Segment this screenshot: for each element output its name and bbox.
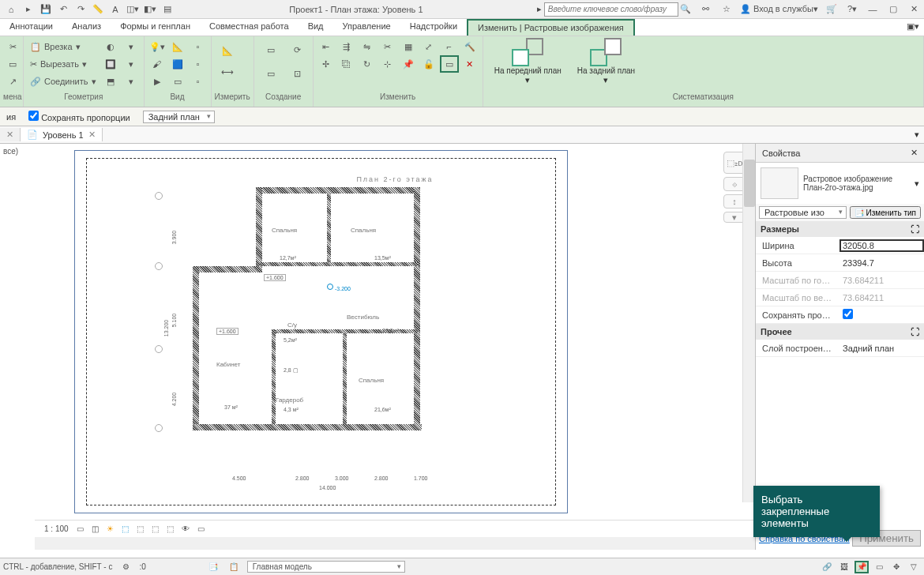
select-pinned-button[interactable]: ▭ xyxy=(440,55,459,73)
detail-icon[interactable]: ▭ xyxy=(77,524,84,533)
mirror-icon[interactable]: ⇋ xyxy=(358,38,377,55)
style-icon[interactable]: ◫ xyxy=(92,524,99,533)
save-icon[interactable]: 💾 xyxy=(38,2,54,17)
crop-vis-icon[interactable]: ⬚ xyxy=(167,524,174,533)
bulb-icon[interactable]: 💡▾ xyxy=(148,38,167,55)
help-icon[interactable]: ?▾ xyxy=(845,4,859,15)
keep-proportions-checkbox[interactable]: Сохранять пропорции xyxy=(28,111,130,122)
geom-c-icon[interactable]: ▾ xyxy=(122,73,141,90)
props-filter-dropdown[interactable]: Растровые изо xyxy=(759,206,847,219)
temp-hide-icon[interactable]: 👁 xyxy=(182,524,190,533)
arrow-icon[interactable]: ↗ xyxy=(3,73,22,90)
open-icon[interactable]: ▸ xyxy=(21,2,36,17)
create-family-icon[interactable]: ▭ xyxy=(257,62,284,85)
rotate-icon[interactable]: ↻ xyxy=(358,55,377,73)
search-input[interactable] xyxy=(544,2,678,17)
props-cat-other[interactable]: Прочее⛶ xyxy=(756,324,924,340)
sb-select-underlay-icon[interactable]: 🖼 xyxy=(837,561,851,573)
reveal-icon[interactable]: ▭ xyxy=(197,524,205,533)
prop-height-value[interactable]: 23394.7 xyxy=(839,258,924,268)
crop-icon[interactable]: ⬚ xyxy=(152,524,159,533)
scale-display[interactable]: 1 : 100 xyxy=(44,524,69,533)
v2-icon[interactable]: ▫ xyxy=(189,55,208,73)
props-cat-dimensions[interactable]: Размеры⛶ xyxy=(756,221,924,237)
trim-icon[interactable]: ✂ xyxy=(378,38,397,55)
measure-dim-icon[interactable]: ⟷ xyxy=(215,63,240,81)
star-icon[interactable]: ☆ xyxy=(719,4,734,15)
cube-icon[interactable]: ◫▾ xyxy=(125,2,141,17)
sb-icon[interactable]: ⚙ xyxy=(118,561,133,573)
load-icon[interactable]: ⟳ xyxy=(286,38,310,62)
corner-icon[interactable]: ⌐ xyxy=(440,38,459,55)
tab-analysis[interactable]: Анализ xyxy=(62,19,111,36)
sb-drag-icon[interactable]: ✥ xyxy=(889,561,903,573)
sb-worksets-icon[interactable]: 📑 xyxy=(206,561,220,573)
minimize-icon[interactable]: — xyxy=(866,4,880,15)
measure-tape-icon[interactable]: 📐 xyxy=(215,38,240,63)
tab-modify-raster[interactable]: Изменить | Растровые изображения xyxy=(467,19,635,36)
send-to-back-button[interactable]: На задний план▾ xyxy=(577,38,635,85)
thin-lines-icon[interactable]: 📐 xyxy=(168,38,187,55)
cut-geom-icon[interactable]: 🔲 xyxy=(101,55,120,73)
redo-icon[interactable]: ↷ xyxy=(73,2,88,17)
tab-collab[interactable]: Совместная работа xyxy=(200,19,299,36)
doc-tabs-menu-icon[interactable]: ▾ xyxy=(910,130,924,140)
close-tab-icon[interactable]: ✕ xyxy=(6,130,13,140)
measure-icon[interactable]: 📏 xyxy=(90,2,106,17)
edit-type-button[interactable]: 📑 Изменить тип xyxy=(850,206,921,219)
unpin-icon[interactable]: 🔓 xyxy=(419,55,438,73)
home-icon[interactable]: ⌂ xyxy=(3,2,19,17)
geom-b-icon[interactable]: ▾ xyxy=(122,55,141,73)
tab-annotations[interactable]: Аннотации xyxy=(0,19,62,36)
create-similar-icon[interactable]: ▭ xyxy=(257,38,284,62)
v1-icon[interactable]: ▫ xyxy=(189,38,208,55)
pin-icon[interactable]: 📌 xyxy=(399,55,418,73)
sun-icon[interactable]: ☀ xyxy=(107,524,114,533)
join-button[interactable]: 🔗 Соединить ▾ xyxy=(27,73,100,90)
align-icon[interactable]: ⇤ xyxy=(317,38,336,55)
bring-to-front-button[interactable]: На передний план▾ xyxy=(494,38,562,85)
offset-icon[interactable]: ⇶ xyxy=(337,38,356,55)
modify-icon[interactable]: ✂ xyxy=(3,38,22,55)
pick-icon[interactable]: ⊡ xyxy=(286,62,310,85)
props-close-icon[interactable]: ✕ xyxy=(911,148,918,158)
geom-a-icon[interactable]: ▾ xyxy=(122,38,141,55)
ribbon-expand-icon[interactable]: ▣▾ xyxy=(902,19,924,36)
activate-icon[interactable]: ▶ xyxy=(148,73,167,90)
vertical-scrollbar[interactable] xyxy=(742,144,755,502)
split-icon[interactable]: ⊹ xyxy=(378,55,397,73)
text-icon[interactable]: A xyxy=(107,2,123,17)
sb-select-face-icon[interactable]: ▭ xyxy=(872,561,886,573)
brush-icon[interactable]: 🖌 xyxy=(148,55,167,73)
tab-manage[interactable]: Управление xyxy=(333,19,400,36)
undo-icon[interactable]: ↶ xyxy=(55,2,71,17)
sb-design-opts-icon[interactable]: 📋 xyxy=(227,561,241,573)
sb-filter-icon[interactable]: ▽ xyxy=(907,561,921,573)
exchange-icon[interactable]: 🛒 xyxy=(824,4,839,15)
region-icon[interactable]: ▭ xyxy=(168,73,187,90)
drawing-canvas[interactable]: План 2-го этажа Спальня Спальня Вест xyxy=(35,144,755,520)
doc-tab-level1[interactable]: 📄 Уровень 1 ✕ xyxy=(21,128,103,141)
prop-width-value[interactable]: 32050.8 xyxy=(839,239,924,252)
sb-select-links-icon[interactable]: 🔗 xyxy=(820,561,834,573)
doc-tab-prev[interactable]: ✕ xyxy=(0,128,21,141)
paint-icon[interactable]: 🟦 xyxy=(168,55,187,73)
type-selector[interactable]: Растровое изображение План-2го-этажа.jpg… xyxy=(756,163,924,204)
prop-keepprop-value[interactable] xyxy=(839,309,924,321)
horizontal-scrollbar[interactable] xyxy=(35,537,755,550)
comm-icon[interactable]: ⚯ xyxy=(699,4,713,15)
cope-icon[interactable]: ◐ xyxy=(101,38,120,55)
scale-icon[interactable]: ⤢ xyxy=(419,38,438,55)
tab-addins[interactable]: Надстройки xyxy=(400,19,467,36)
delete-icon[interactable]: ✕ xyxy=(460,55,479,73)
paste-button[interactable]: 📋 Врезка ▾ xyxy=(27,38,100,55)
render-icon[interactable]: ⬚ xyxy=(137,524,144,533)
v3-icon[interactable]: ▫ xyxy=(189,73,208,90)
cut-button[interactable]: ✂ Вырезать ▾ xyxy=(27,55,100,73)
draw-order-dropdown[interactable]: Задний план xyxy=(143,111,215,123)
binoculars-icon[interactable]: 🔍 xyxy=(678,4,693,15)
demolish-icon[interactable]: 🔨 xyxy=(460,38,479,55)
array-icon[interactable]: ▦ xyxy=(399,38,418,55)
close-icon[interactable]: ✕ xyxy=(907,4,921,15)
copy-icon[interactable]: ⿻ xyxy=(337,55,356,73)
